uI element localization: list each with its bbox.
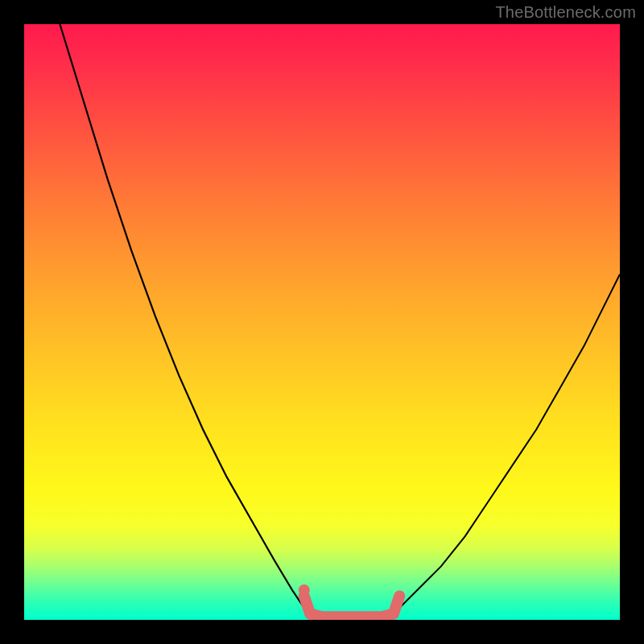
right-branch-path bbox=[399, 275, 620, 608]
valley-dot-marker bbox=[299, 584, 310, 596]
left-branch-path bbox=[60, 24, 303, 608]
curve-layer bbox=[24, 24, 620, 620]
plot-area bbox=[24, 24, 620, 620]
chart-frame: TheBottleneck.com bbox=[0, 0, 644, 644]
valley-marker-path bbox=[304, 596, 399, 617]
watermark-text: TheBottleneck.com bbox=[495, 3, 636, 22]
